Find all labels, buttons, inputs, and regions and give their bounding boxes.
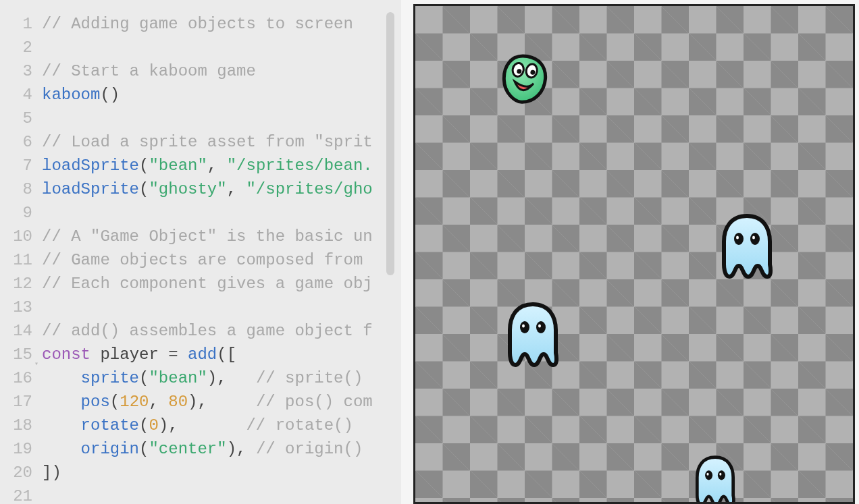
line-number: 5: [0, 107, 32, 130]
svg-point-11: [538, 325, 541, 328]
token-kw: const: [42, 345, 90, 364]
code-area[interactable]: 123456789101112131415▾161718192021 // Ad…: [0, 0, 401, 504]
line-number: 11: [0, 248, 32, 272]
line-number: 4: [0, 83, 32, 107]
ghosty-sprite[interactable]: [502, 300, 564, 369]
token-plain: ),: [159, 416, 246, 435]
token-string: "ghosty": [149, 180, 226, 198]
code-line[interactable]: // Adding game objects to screen: [42, 12, 373, 36]
code-line[interactable]: // add() assembles a game object f: [42, 319, 373, 343]
line-number: 8: [0, 177, 32, 201]
svg-point-9: [536, 321, 546, 333]
code-line[interactable]: loadSprite("ghosty", "/sprites/gho: [42, 177, 373, 201]
token-string: "/sprites/gho: [246, 180, 372, 198]
line-number: 7: [0, 154, 32, 177]
token-comment: // rotate(): [246, 416, 363, 435]
token-plain: (: [139, 180, 149, 198]
code-line[interactable]: [42, 296, 373, 319]
bean-sprite[interactable]: [492, 48, 555, 111]
token-plain: [42, 369, 81, 387]
token-comment: // add() assembles a game object f: [42, 322, 373, 340]
code-line[interactable]: // A "Game Object" is the basic un: [42, 225, 373, 248]
token-comment: // A "Game Object" is the basic un: [42, 227, 373, 246]
token-comment: // sprite(): [256, 369, 373, 387]
token-num: 120: [120, 393, 149, 411]
line-number: 16: [0, 366, 32, 390]
token-plain: (): [100, 86, 120, 104]
code-line[interactable]: [42, 36, 373, 59]
code-line[interactable]: sprite("bean"), // sprite(): [42, 366, 373, 390]
code-line[interactable]: // Load a sprite asset from "sprit: [42, 130, 373, 154]
code-line[interactable]: // Game objects are composed from: [42, 248, 373, 272]
code-line[interactable]: [42, 201, 373, 225]
line-number: 13: [0, 296, 32, 319]
token-plain: =: [168, 345, 178, 364]
svg-point-4: [734, 233, 744, 245]
token-comment: // Adding game objects to screen: [42, 15, 353, 33]
vertical-scrollbar[interactable]: [386, 12, 394, 275]
line-number: 10: [0, 225, 32, 248]
token-fn: sprite: [81, 369, 139, 387]
token-plain: (: [139, 369, 149, 387]
token-fn: loadSprite: [42, 157, 139, 175]
token-plain: (: [139, 157, 149, 175]
token-fn: origin: [81, 440, 139, 458]
token-plain: (: [139, 440, 149, 458]
svg-point-8: [520, 321, 529, 333]
token-string: "bean": [149, 369, 207, 387]
token-comment: // origin(): [256, 440, 373, 458]
token-string: "/sprites/bean.: [227, 157, 373, 175]
token-plain: ,: [149, 393, 168, 411]
code-line[interactable]: const player = add([: [42, 343, 373, 366]
token-string: "center": [149, 440, 226, 458]
code-line[interactable]: pos(120, 80), // pos() com: [42, 390, 373, 414]
line-number: 14: [0, 319, 32, 343]
token-plain: ),: [207, 369, 256, 387]
token-comment: // Game objects are composed from: [42, 251, 373, 269]
line-number: 17: [0, 390, 32, 414]
line-number: 2: [0, 36, 32, 59]
token-plain: ]): [42, 464, 61, 482]
svg-point-15: [719, 473, 721, 476]
checker-background: [415, 6, 853, 502]
token-plain: (: [139, 416, 149, 435]
svg-point-14: [706, 473, 708, 476]
token-plain: ),: [227, 440, 256, 458]
game-canvas[interactable]: [413, 4, 855, 504]
code-line[interactable]: rotate(0), // rotate(): [42, 414, 373, 437]
ghosty-sprite[interactable]: [684, 454, 746, 504]
code-line[interactable]: // Start a kaboom game: [42, 59, 373, 83]
token-num: 0: [149, 416, 158, 435]
token-plain: [42, 440, 81, 458]
code-editor-pane: 123456789101112131415▾161718192021 // Ad…: [0, 0, 401, 504]
ghosty-sprite[interactable]: [716, 212, 778, 281]
line-number: 18: [0, 414, 32, 437]
code-content[interactable]: // Adding game objects to screen// Start…: [42, 0, 373, 504]
token-plain: ([: [217, 345, 236, 364]
token-string: "bean": [149, 157, 207, 175]
line-number: 3: [0, 59, 32, 83]
code-line[interactable]: // Each component gives a game obj: [42, 272, 373, 296]
token-comment: // Each component gives a game obj: [42, 275, 373, 293]
fold-icon[interactable]: ▾: [34, 352, 38, 376]
token-comment: // Load a sprite asset from "sprit: [42, 133, 373, 151]
line-number: 20: [0, 461, 32, 484]
code-line[interactable]: loadSprite("bean", "/sprites/bean.: [42, 154, 373, 177]
code-line[interactable]: [42, 107, 373, 130]
token-plain: ,: [227, 180, 246, 198]
code-line[interactable]: ]): [42, 461, 373, 484]
token-num: 80: [168, 393, 188, 411]
token-fn: kaboom: [42, 86, 100, 104]
token-ident: player: [100, 345, 158, 364]
line-number: 19: [0, 437, 32, 461]
svg-point-10: [522, 325, 525, 328]
svg-point-6: [736, 236, 739, 240]
game-preview-pane: [401, 0, 859, 504]
code-line[interactable]: origin("center"), // origin(): [42, 437, 373, 461]
token-plain: (: [110, 393, 120, 411]
svg-point-12: [705, 470, 712, 480]
code-line[interactable]: kaboom(): [42, 83, 373, 107]
token-plain: [42, 393, 81, 411]
code-line[interactable]: [42, 484, 373, 504]
token-fn: pos: [81, 393, 110, 411]
